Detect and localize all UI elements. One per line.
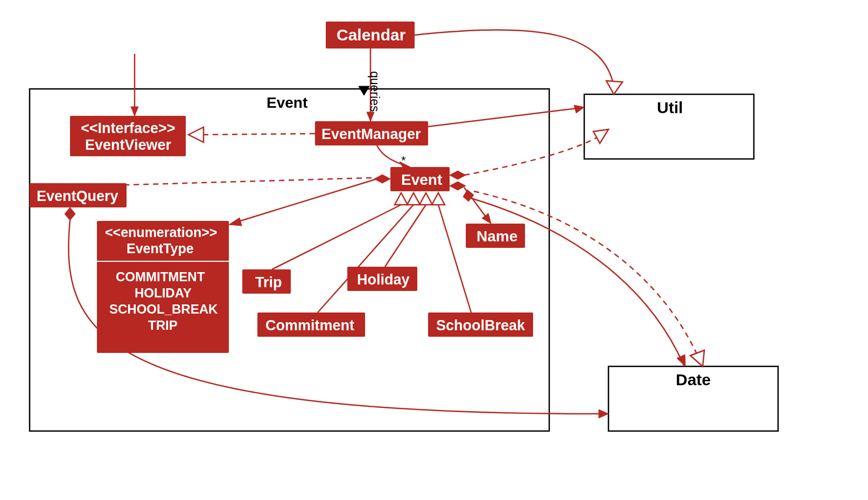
eventquery-label: EventQuery bbox=[37, 188, 118, 204]
svg-marker-5 bbox=[432, 193, 445, 205]
edge-eventmanager-eventviewer bbox=[202, 134, 315, 135]
commitment-label: Commitment bbox=[265, 317, 354, 334]
event-label: Event bbox=[401, 171, 442, 188]
holiday-label: Holiday bbox=[357, 272, 410, 288]
edge-queries-label: queries bbox=[368, 71, 382, 112]
schoolbreak-label: SchoolBreak bbox=[436, 317, 526, 334]
eventtype-stereotype: <<enumeration>> bbox=[105, 225, 217, 240]
eventviewer-name: EventViewer bbox=[85, 137, 172, 153]
eventtype-node: <<enumeration>> EventType COMMITMENT HOL… bbox=[97, 221, 229, 353]
svg-marker-2 bbox=[395, 193, 408, 205]
edge-eventquery-dashed bbox=[92, 178, 372, 186]
edge-event-eventtype-arrow bbox=[229, 218, 242, 226]
edge-multiplicity-event: * bbox=[401, 154, 406, 167]
eventviewer-stereotype: <<Interface>> bbox=[81, 120, 176, 136]
edge-event-util bbox=[464, 134, 603, 175]
edge-event-eventtype bbox=[232, 179, 377, 224]
queries-direction-triangle bbox=[359, 86, 369, 95]
edge-commitment-event bbox=[318, 205, 414, 313]
edge-schoolbreak-event bbox=[438, 205, 471, 313]
uml-diagram: Event Util Date Calendar <<Interface>> E… bbox=[0, 0, 868, 500]
edge-calendar-eventmanager-arrow bbox=[367, 112, 374, 121]
eventquery-diamond bbox=[65, 207, 75, 220]
svg-marker-3 bbox=[407, 193, 420, 205]
name-label: Name bbox=[477, 228, 517, 245]
eventtype-val-0: COMMITMENT bbox=[116, 269, 205, 284]
eventtype-val-1: HOLIDAY bbox=[135, 286, 192, 300]
eventtype-val-3: TRIP bbox=[148, 318, 178, 332]
package-title: Event bbox=[267, 94, 307, 111]
edge-event-date bbox=[471, 198, 684, 365]
eventtype-name: EventType bbox=[127, 241, 194, 256]
svg-marker-4 bbox=[419, 193, 432, 205]
calendar-label: Calendar bbox=[337, 26, 406, 44]
edge-event-name-arrow bbox=[482, 213, 491, 224]
edge-eventmanager-util bbox=[428, 108, 582, 127]
edge-calendar-util bbox=[415, 30, 614, 86]
generalization-heads bbox=[395, 193, 445, 205]
edge-event-date-dashed-head bbox=[690, 350, 704, 366]
edge-event-date-arrow bbox=[677, 355, 685, 366]
event-diamond-bottom bbox=[463, 190, 474, 202]
edge-eventmanager-eventviewer-head bbox=[188, 127, 204, 142]
event-diamond-right-top bbox=[450, 171, 466, 179]
trip-label: Trip bbox=[255, 274, 282, 290]
edge-calendar-eventviewer-arrow bbox=[131, 107, 138, 116]
edge-eventmanager-util-arrow bbox=[574, 105, 584, 113]
event-diamond-right-bottom bbox=[450, 182, 466, 190]
eventmanager-label: EventManager bbox=[321, 126, 421, 142]
edge-eventquery-date-arrow bbox=[599, 409, 608, 418]
date-label: Date bbox=[676, 371, 711, 388]
edge-calendar-util-head bbox=[606, 81, 622, 94]
util-label: Util bbox=[657, 99, 683, 116]
eventtype-val-2: SCHOOL_BREAK bbox=[109, 302, 218, 316]
edge-trip-event bbox=[272, 205, 401, 269]
